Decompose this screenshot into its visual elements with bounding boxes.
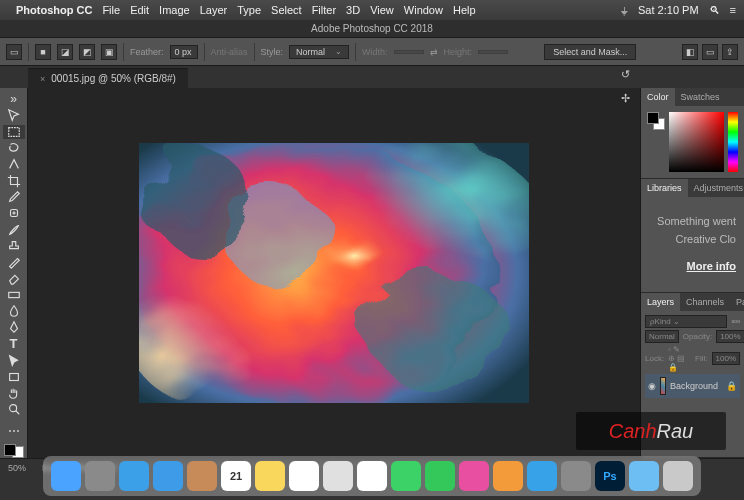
lock-icons[interactable]: ▫ ✎ ⊕ ▤ 🔒 xyxy=(668,345,687,372)
search-icon[interactable]: ▭ xyxy=(702,44,718,60)
history-panel-icon[interactable]: ↺ xyxy=(617,66,633,82)
tab-swatches[interactable]: Swatches xyxy=(675,88,726,106)
properties-panel-icon[interactable]: ✢ xyxy=(617,90,633,106)
dock-finder[interactable] xyxy=(51,461,81,491)
menu-layer[interactable]: Layer xyxy=(200,4,228,16)
select-and-mask-button[interactable]: Select and Mask... xyxy=(544,44,636,60)
tab-libraries[interactable]: Libraries xyxy=(641,179,688,197)
share-icon[interactable]: ⇪ xyxy=(722,44,738,60)
fill-label: Fill: xyxy=(695,354,707,363)
selection-new-icon[interactable]: ■ xyxy=(35,44,51,60)
history-brush-tool[interactable] xyxy=(3,255,25,269)
tab-layers[interactable]: Layers xyxy=(641,293,680,311)
quick-select-tool[interactable] xyxy=(3,157,25,171)
selection-add-icon[interactable]: ◪ xyxy=(57,44,73,60)
color-swatches[interactable] xyxy=(4,444,24,458)
selection-sub-icon[interactable]: ◩ xyxy=(79,44,95,60)
tool-preset-icon[interactable]: ▭ xyxy=(6,44,22,60)
tab-color[interactable]: Color xyxy=(641,88,675,106)
menu-edit[interactable]: Edit xyxy=(130,4,149,16)
marquee-tool[interactable] xyxy=(3,125,25,139)
dock-photos[interactable] xyxy=(357,461,387,491)
brush-tool[interactable] xyxy=(3,222,25,236)
tab-paths[interactable]: Paths xyxy=(730,293,744,311)
menu-view[interactable]: View xyxy=(370,4,394,16)
color-field[interactable] xyxy=(669,112,724,172)
feather-field[interactable]: 0 px xyxy=(170,45,198,59)
move-tool[interactable] xyxy=(3,108,25,122)
fill-field[interactable]: 100% xyxy=(712,352,740,365)
lock-icon: 🔒 xyxy=(726,381,737,391)
menu-select[interactable]: Select xyxy=(271,4,302,16)
eyedropper-tool[interactable] xyxy=(3,190,25,204)
path-select-tool[interactable] xyxy=(3,353,25,367)
canvas-area[interactable] xyxy=(28,88,640,458)
panel-color-swatches[interactable] xyxy=(647,112,665,130)
opacity-field[interactable]: 100% xyxy=(716,330,744,343)
tab-adjustments[interactable]: Adjustments xyxy=(688,179,744,197)
tab-channels[interactable]: Channels xyxy=(680,293,730,311)
gradient-tool[interactable] xyxy=(3,288,25,302)
hand-tool[interactable] xyxy=(3,386,25,400)
type-tool[interactable]: T xyxy=(3,336,25,351)
dock-trash[interactable] xyxy=(663,461,693,491)
workspace-icon[interactable]: ◧ xyxy=(682,44,698,60)
more-info-link[interactable]: More info xyxy=(649,258,736,276)
menu-3d[interactable]: 3D xyxy=(346,4,360,16)
menu-file[interactable]: File xyxy=(102,4,120,16)
dock-mail[interactable] xyxy=(153,461,183,491)
layer-thumbnail[interactable] xyxy=(660,377,666,395)
dock-calendar[interactable]: 21 xyxy=(221,461,251,491)
dock-ibooks[interactable] xyxy=(493,461,523,491)
dock-notes[interactable] xyxy=(255,461,285,491)
dock-itunes[interactable] xyxy=(459,461,489,491)
dock-folder[interactable] xyxy=(629,461,659,491)
document-canvas[interactable] xyxy=(139,143,529,403)
close-tab-icon[interactable]: × xyxy=(40,74,45,84)
blend-mode-select[interactable]: Normal xyxy=(645,330,679,343)
watermark-part2: Rau xyxy=(657,420,694,443)
eraser-tool[interactable] xyxy=(3,271,25,285)
menu-type[interactable]: Type xyxy=(237,4,261,16)
layer-filter-select[interactable]: ρKind ⌄ xyxy=(645,315,727,328)
lasso-tool[interactable] xyxy=(3,141,25,155)
spotlight-icon[interactable]: 🔍︎ xyxy=(709,4,720,16)
menu-image[interactable]: Image xyxy=(159,4,190,16)
visibility-icon[interactable]: ◉ xyxy=(648,381,656,391)
shape-tool[interactable] xyxy=(3,370,25,384)
dock-facetime[interactable] xyxy=(425,461,455,491)
menu-filter[interactable]: Filter xyxy=(312,4,336,16)
edit-toolbar-icon[interactable]: ⋯ xyxy=(3,424,25,438)
zoom-level[interactable]: 50% xyxy=(8,463,26,473)
healing-tool[interactable] xyxy=(3,206,25,220)
window-titlebar: Adobe Photoshop CC 2018 xyxy=(0,20,744,38)
selection-intersect-icon[interactable]: ▣ xyxy=(101,44,117,60)
clock[interactable]: Sat 2:10 PM xyxy=(638,4,699,16)
hue-slider[interactable] xyxy=(728,112,738,172)
layer-item-background[interactable]: ◉ Background 🔒 xyxy=(645,374,740,398)
zoom-tool[interactable] xyxy=(3,402,25,416)
swap-icon[interactable]: ⇄ xyxy=(430,47,438,57)
menu-help[interactable]: Help xyxy=(453,4,476,16)
stamp-tool[interactable] xyxy=(3,239,25,253)
dock-launchpad[interactable] xyxy=(85,461,115,491)
dock-appstore[interactable] xyxy=(527,461,557,491)
dock-safari[interactable] xyxy=(119,461,149,491)
dock-maps[interactable] xyxy=(323,461,353,491)
dock-photoshop[interactable]: Ps xyxy=(595,461,625,491)
dock-messages[interactable] xyxy=(391,461,421,491)
crop-tool[interactable] xyxy=(3,173,25,187)
style-select[interactable]: Normal xyxy=(289,45,349,59)
collapse-icon[interactable]: » xyxy=(3,92,25,106)
dock-reminders[interactable] xyxy=(289,461,319,491)
document-tab[interactable]: × 00015.jpg @ 50% (RGB/8#) xyxy=(28,68,188,88)
filter-icon[interactable]: ▫▫▫ xyxy=(731,317,740,326)
menu-window[interactable]: Window xyxy=(404,4,443,16)
pen-tool[interactable] xyxy=(3,320,25,334)
app-name[interactable]: Photoshop CC xyxy=(16,4,92,16)
blur-tool[interactable] xyxy=(3,304,25,318)
dock-contacts[interactable] xyxy=(187,461,217,491)
menu-extra-icon[interactable]: ≡ xyxy=(730,4,736,16)
wifi-icon[interactable]: ⏚ xyxy=(621,4,628,16)
dock-preferences[interactable] xyxy=(561,461,591,491)
